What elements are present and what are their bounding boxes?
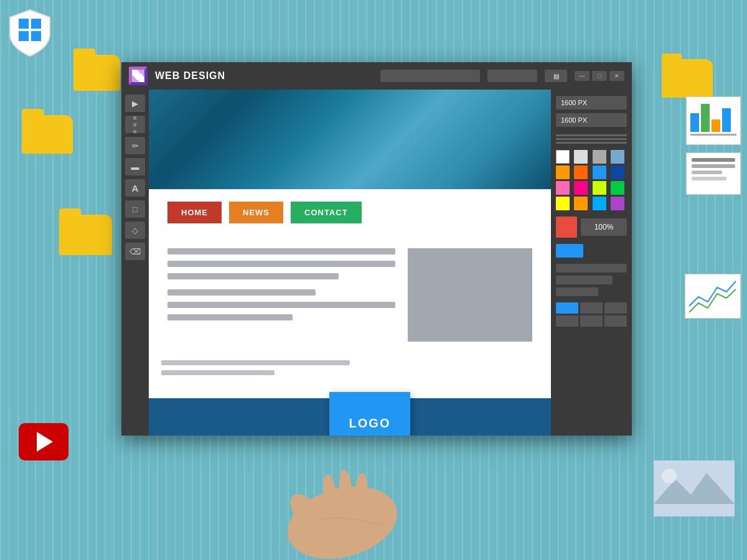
nav-contact-button[interactable]: CONTACT <box>291 202 362 223</box>
tool-rect[interactable]: ▬ <box>125 158 145 175</box>
nav-home-button[interactable]: HOME <box>167 202 222 223</box>
minimize-button[interactable]: — <box>575 71 590 81</box>
left-toolbar: ▶ ≡≡≡ ✏ ▬ A □ ◇ ⌫ <box>121 90 149 436</box>
text-line-2 <box>167 261 395 267</box>
swatch-sky[interactable] <box>593 197 606 210</box>
nav-section: HOME NEWS CONTACT <box>149 189 551 236</box>
grid-cell-2[interactable] <box>580 302 603 314</box>
svg-rect-0 <box>19 19 29 29</box>
tool-square[interactable]: □ <box>125 200 145 218</box>
svg-rect-1 <box>31 19 41 29</box>
prop-row-2 <box>556 276 613 284</box>
height-label: 1600 PX <box>561 116 587 124</box>
tool-list[interactable]: ≡≡≡ <box>125 116 145 133</box>
swatch-pink2[interactable] <box>574 181 588 195</box>
zoom-row: 100% <box>556 217 627 238</box>
swatch-orange2[interactable] <box>574 166 588 179</box>
folder-icon-3 <box>59 215 112 255</box>
swatch-pink1[interactable] <box>556 181 570 195</box>
folder-icon-4 <box>662 59 713 98</box>
swatch-lyellow[interactable] <box>593 181 606 195</box>
color-preview[interactable] <box>556 244 583 258</box>
prop-row-1 <box>556 264 627 273</box>
width-label: 1600 PX <box>561 99 587 106</box>
swatch-gray[interactable] <box>593 150 606 164</box>
app-window: WEB DESIGN ▤ — □ ✕ ▶ ≡≡≡ ✏ ▬ A □ ◇ ⌫ <box>121 62 632 436</box>
nav-news-button[interactable]: NEWS <box>229 202 283 223</box>
tool-text[interactable]: A <box>125 179 145 197</box>
folder-icon-2 <box>22 115 73 154</box>
tool-diamond[interactable]: ◇ <box>125 222 145 239</box>
zoom-indicator <box>556 217 577 238</box>
width-input[interactable]: 1600 PX <box>556 96 627 110</box>
svg-point-13 <box>354 472 369 508</box>
chart-icon-1 <box>686 96 741 145</box>
svg-point-11 <box>321 474 339 510</box>
swatch-green[interactable] <box>611 181 624 195</box>
grip-line-2 <box>556 138 627 140</box>
grid-cell-6[interactable] <box>604 315 627 327</box>
text-line-5 <box>167 302 395 308</box>
footer-section: LOGO <box>149 398 551 436</box>
title-search-bar2 <box>487 70 537 82</box>
app-logo-icon <box>129 67 148 85</box>
swatch-dblue[interactable] <box>611 166 624 179</box>
swatch-yellow[interactable] <box>556 197 570 210</box>
youtube-icon <box>19 423 68 460</box>
folder-icon-1 <box>73 55 120 91</box>
canvas-area: HOME NEWS CONTACT <box>149 90 551 436</box>
text-line-4 <box>167 289 316 296</box>
play-triangle-icon <box>37 432 53 452</box>
grid-widget <box>556 302 627 327</box>
shield-icon-bg <box>7 7 52 58</box>
lower-text-2 <box>161 370 275 375</box>
maximize-button[interactable]: □ <box>592 71 607 81</box>
tool-erase[interactable]: ⌫ <box>125 243 145 260</box>
grid-cell-5[interactable] <box>580 315 603 327</box>
svg-rect-3 <box>31 31 41 41</box>
text-line-1 <box>167 248 395 254</box>
svg-rect-6 <box>654 460 735 516</box>
document-icon-1 <box>686 152 741 195</box>
text-line-3 <box>167 273 339 279</box>
logo-label: LOGO <box>349 416 391 431</box>
title-search-bar <box>380 70 480 82</box>
swatch-gold[interactable] <box>574 197 588 210</box>
height-input[interactable]: 1600 PX <box>556 113 627 127</box>
tool-select[interactable]: ▶ <box>125 95 145 112</box>
grip-handle <box>556 134 627 144</box>
svg-point-8 <box>662 469 677 483</box>
swatch-blue[interactable] <box>593 166 606 179</box>
grip-line-3 <box>556 142 627 144</box>
swatch-lblue[interactable] <box>611 150 624 164</box>
window-controls: — □ ✕ <box>575 71 624 81</box>
swatch-purple[interactable] <box>611 197 624 210</box>
logo-inner-icon <box>132 70 144 82</box>
logo-card[interactable]: LOGO <box>329 392 410 436</box>
content-image-placeholder <box>408 248 532 342</box>
lower-text-1 <box>161 360 350 365</box>
grid-cell-4[interactable] <box>556 315 578 327</box>
hero-section <box>149 90 551 189</box>
grid-cell-1[interactable] <box>556 302 578 314</box>
hand-overlay <box>268 423 430 560</box>
grid-cell-3[interactable] <box>604 302 627 314</box>
title-action-btn[interactable]: ▤ <box>545 70 567 82</box>
grip-line-1 <box>556 134 627 136</box>
swatch-white[interactable] <box>556 150 570 164</box>
svg-point-9 <box>280 475 405 560</box>
zoom-value[interactable]: 100% <box>581 218 627 236</box>
content-text-column <box>167 248 395 342</box>
tool-pen[interactable]: ✏ <box>125 137 145 154</box>
property-rows <box>556 264 627 296</box>
prop-row-3 <box>556 287 598 296</box>
website-mockup: HOME NEWS CONTACT <box>149 90 551 436</box>
text-line-6 <box>167 314 293 320</box>
swatch-lgray[interactable] <box>574 150 588 164</box>
window-title: WEB DESIGN <box>155 70 373 82</box>
close-button[interactable]: ✕ <box>609 71 624 81</box>
swatch-orange1[interactable] <box>556 166 570 179</box>
color-palette <box>556 150 627 210</box>
main-area: ▶ ≡≡≡ ✏ ▬ A □ ◇ ⌫ HOME NEWS CONTACT <box>121 90 632 436</box>
chart-icon-2 <box>685 274 741 319</box>
